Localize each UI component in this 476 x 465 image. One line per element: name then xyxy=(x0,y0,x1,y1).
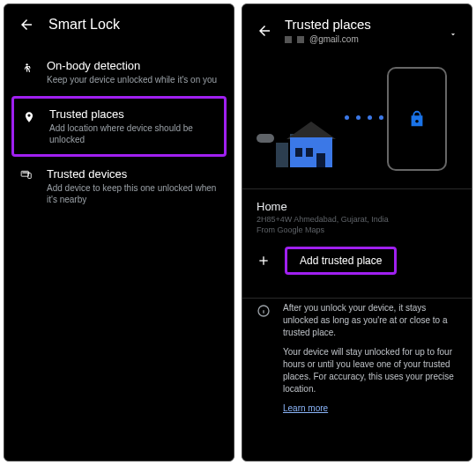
devices-icon xyxy=(19,167,34,181)
chevron-down-icon[interactable] xyxy=(449,26,457,35)
svg-point-0 xyxy=(26,63,27,65)
back-icon[interactable] xyxy=(257,23,272,39)
svg-rect-1 xyxy=(21,171,28,176)
account-avatar xyxy=(297,36,304,43)
info-text-1: After you unlock your device, it stays u… xyxy=(283,302,457,339)
trusted-places-screen: Trusted places @gmail.com xyxy=(242,4,472,461)
option-trusted-devices[interactable]: Trusted devices Add device to keep this … xyxy=(4,157,234,216)
page-title: Smart Lock xyxy=(48,17,120,33)
header: Trusted places @gmail.com xyxy=(242,4,472,53)
place-home[interactable]: Home 2H85+4W Ahmedabad, Gujarat, India F… xyxy=(242,189,472,238)
account-selector[interactable]: @gmail.com xyxy=(285,34,436,44)
option-sub: Add location where device should be unlo… xyxy=(49,122,217,145)
info-block: After you unlock your device, it stays u… xyxy=(242,299,472,424)
account-email: @gmail.com xyxy=(309,34,359,44)
back-icon[interactable] xyxy=(19,17,34,33)
header: Smart Lock xyxy=(4,4,234,48)
info-text-2: Your device will stay unlocked for up to… xyxy=(283,346,457,395)
lock-icon xyxy=(407,107,427,130)
learn-more-link[interactable]: Learn more xyxy=(283,403,328,413)
illustration xyxy=(257,62,457,176)
option-on-body-detection[interactable]: On-body detection Keep your device unloc… xyxy=(4,48,234,96)
place-source: From Google Maps xyxy=(257,225,457,234)
walk-icon xyxy=(19,59,34,77)
place-name: Home xyxy=(257,200,457,213)
phone-icon xyxy=(387,67,447,171)
account-avatar xyxy=(285,36,292,43)
option-title: Trusted devices xyxy=(47,167,219,181)
smart-lock-screen: Smart Lock On-body detection Keep your d… xyxy=(4,4,234,461)
option-sub: Add device to keep this one unlocked whe… xyxy=(47,182,219,205)
add-trusted-place-row: Add trusted place xyxy=(242,238,472,285)
add-trusted-place-button[interactable]: Add trusted place xyxy=(285,247,397,275)
place-address: 2H85+4W Ahmedabad, Gujarat, India xyxy=(257,215,457,225)
info-icon xyxy=(257,302,271,415)
location-icon xyxy=(21,107,37,125)
house-icon xyxy=(286,122,336,167)
option-title: On-body detection xyxy=(47,59,217,72)
option-title: Trusted places xyxy=(49,107,217,121)
page-title: Trusted places xyxy=(285,17,436,32)
option-sub: Keep your device unlocked while it's on … xyxy=(47,74,217,85)
plus-icon[interactable] xyxy=(257,254,271,268)
option-trusted-places[interactable]: Trusted places Add location where device… xyxy=(11,96,227,157)
